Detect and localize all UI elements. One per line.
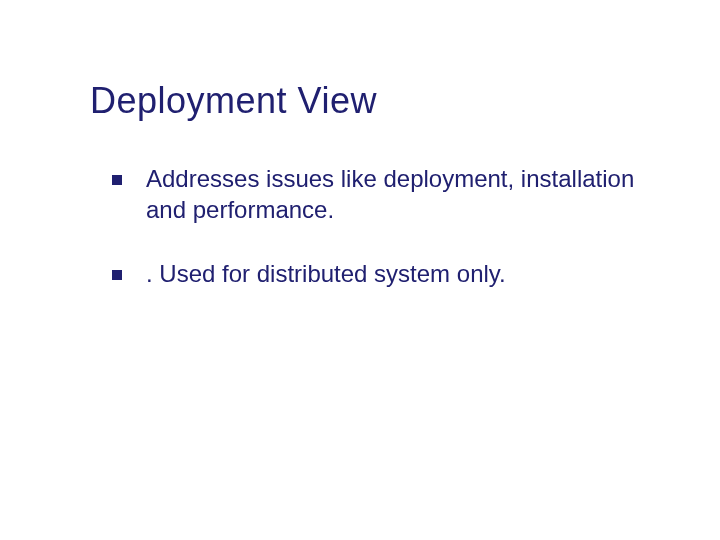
slide: Deployment View Addresses issues like de… xyxy=(0,0,720,540)
bullet-list: Addresses issues like deployment, instal… xyxy=(112,164,660,290)
list-item: Addresses issues like deployment, instal… xyxy=(112,164,660,225)
list-item: . Used for distributed system only. xyxy=(112,259,660,290)
slide-title: Deployment View xyxy=(90,80,660,122)
